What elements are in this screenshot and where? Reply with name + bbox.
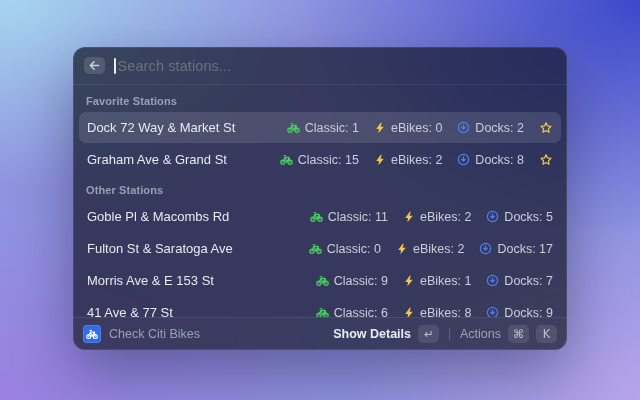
dock-count: Docks: 17 — [497, 242, 553, 256]
station-accessories: Classic: 6 eBikes: 8 Docks: 9 — [316, 306, 553, 318]
classic-count: Classic: 15 — [298, 153, 359, 167]
station-row[interactable]: 41 Ave & 77 St Classic: 6 eBikes: 8 Dock… — [79, 297, 561, 317]
classic-count: Classic: 9 — [334, 274, 388, 288]
station-name: Graham Ave & Grand St — [87, 152, 227, 167]
action-bar: Check Citi Bikes Show Details ↵ Actions … — [73, 317, 567, 350]
search-input[interactable]: Search stations... — [114, 58, 556, 74]
station-accessories: Classic: 0 eBikes: 2 Docks: 17 — [309, 242, 553, 256]
favorite-star-icon — [539, 153, 553, 167]
dock-icon — [457, 153, 470, 166]
dock-icon — [486, 274, 499, 287]
app-name: Check Citi Bikes — [109, 327, 200, 341]
dock-count: Docks: 5 — [504, 210, 553, 224]
cmd-keycap: ⌘ — [508, 325, 529, 343]
ebike-bolt-icon — [396, 243, 408, 255]
classic-bike-icon — [310, 210, 323, 223]
classic-bike-icon — [316, 306, 329, 317]
dock-count: Docks: 7 — [504, 274, 553, 288]
ebike-bolt-icon — [403, 307, 415, 318]
station-name: Fulton St & Saratoga Ave — [87, 241, 233, 256]
section-label-favorites: Favorite Stations — [79, 87, 561, 112]
station-row[interactable]: Dock 72 Way & Market St Classic: 1 eBike… — [79, 112, 561, 143]
station-name: Goble Pl & Macombs Rd — [87, 209, 229, 224]
actions-button[interactable]: Actions ⌘ K — [460, 325, 557, 343]
dock-icon — [479, 242, 492, 255]
station-accessories: Classic: 15 eBikes: 2 Docks: 8 — [280, 153, 553, 167]
favorite-star-icon — [539, 121, 553, 135]
ebike-bolt-icon — [374, 154, 386, 166]
station-accessories: Classic: 9 eBikes: 1 Docks: 7 — [316, 274, 553, 288]
station-row[interactable]: Morris Ave & E 153 St Classic: 9 eBikes:… — [79, 265, 561, 296]
search-bar: Search stations... — [73, 47, 567, 85]
classic-count: Classic: 6 — [334, 306, 388, 318]
station-accessories: Classic: 1 eBikes: 0 Docks: 2 — [287, 121, 553, 135]
classic-bike-icon — [287, 121, 300, 134]
dock-icon — [486, 210, 499, 223]
search-placeholder: Search stations... — [118, 58, 232, 74]
back-button[interactable] — [84, 57, 105, 74]
show-details-button[interactable]: Show Details ↵ — [333, 325, 439, 343]
classic-bike-icon — [316, 274, 329, 287]
footer-divider — [449, 328, 450, 340]
ebike-count: eBikes: 1 — [420, 274, 471, 288]
ebike-count: eBikes: 2 — [413, 242, 464, 256]
classic-count: Classic: 0 — [327, 242, 381, 256]
classic-bike-icon — [309, 242, 322, 255]
station-row[interactable]: Graham Ave & Grand St Classic: 15 eBikes… — [79, 144, 561, 175]
launcher-window: Search stations... Favorite Stations Doc… — [73, 47, 567, 350]
station-list: Favorite Stations Dock 72 Way & Market S… — [73, 85, 567, 317]
k-keycap: K — [536, 325, 557, 343]
dock-icon — [486, 306, 499, 317]
station-accessories: Classic: 11 eBikes: 2 Docks: 5 — [310, 210, 553, 224]
ebike-bolt-icon — [403, 275, 415, 287]
ebike-count: eBikes: 2 — [420, 210, 471, 224]
dock-count: Docks: 2 — [475, 121, 524, 135]
classic-bike-icon — [280, 153, 293, 166]
section-label-other: Other Stations — [79, 176, 561, 201]
ebike-bolt-icon — [374, 122, 386, 134]
classic-count: Classic: 1 — [305, 121, 359, 135]
station-row[interactable]: Goble Pl & Macombs Rd Classic: 11 eBikes… — [79, 201, 561, 232]
station-name: 41 Ave & 77 St — [87, 305, 173, 317]
classic-count: Classic: 11 — [328, 210, 388, 224]
dock-count: Docks: 8 — [475, 153, 524, 167]
ebike-bolt-icon — [403, 211, 415, 223]
station-row[interactable]: Fulton St & Saratoga Ave Classic: 0 eBik… — [79, 233, 561, 264]
dock-icon — [457, 121, 470, 134]
arrow-left-icon — [88, 59, 101, 72]
show-details-label: Show Details — [333, 327, 411, 341]
actions-label: Actions — [460, 327, 501, 341]
text-cursor — [114, 58, 116, 74]
citi-bike-app-icon — [83, 325, 101, 343]
enter-keycap: ↵ — [418, 325, 439, 343]
dock-count: Docks: 9 — [504, 306, 553, 318]
ebike-count: eBikes: 8 — [420, 306, 471, 318]
ebike-count: eBikes: 2 — [391, 153, 442, 167]
ebike-count: eBikes: 0 — [391, 121, 442, 135]
station-name: Dock 72 Way & Market St — [87, 120, 235, 135]
station-name: Morris Ave & E 153 St — [87, 273, 214, 288]
